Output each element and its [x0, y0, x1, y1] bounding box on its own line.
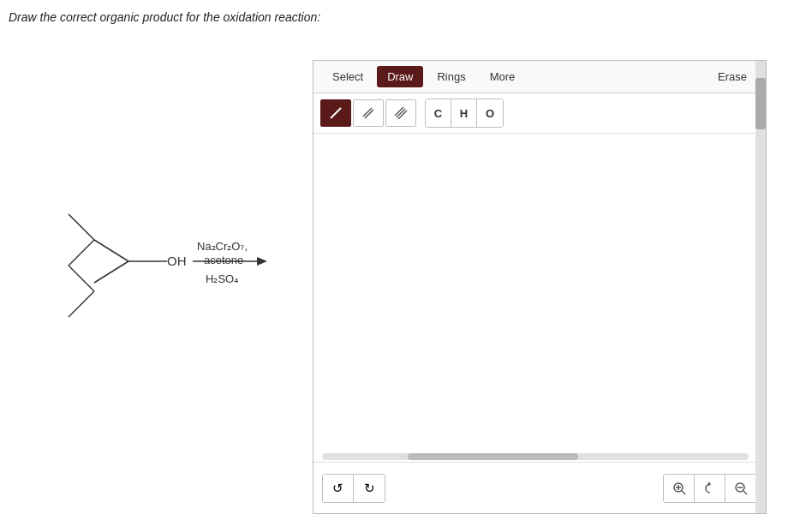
- select-button[interactable]: Select: [322, 66, 373, 87]
- svg-line-24: [743, 491, 747, 494]
- vertical-scrollbar[interactable]: [755, 61, 766, 513]
- question-text: Draw the correct organic product for the…: [9, 10, 320, 24]
- redo-button[interactable]: ↻: [354, 475, 385, 502]
- undo-redo-group: ↺ ↻: [322, 474, 385, 503]
- zoom-in-button[interactable]: [664, 475, 695, 502]
- more-button[interactable]: More: [480, 66, 526, 87]
- hydrogen-button[interactable]: H: [451, 99, 477, 127]
- oxygen-button[interactable]: O: [477, 99, 503, 127]
- undo-button[interactable]: ↺: [323, 475, 354, 502]
- horizontal-scrollbar[interactable]: [322, 453, 749, 460]
- svg-line-3: [69, 291, 94, 317]
- svg-line-1: [69, 240, 94, 266]
- zoom-out-button[interactable]: [725, 475, 756, 502]
- svg-text:acetone: acetone: [204, 254, 243, 266]
- svg-line-2: [69, 266, 94, 291]
- zoom-group: [663, 474, 757, 503]
- molecule-diagram: OH Na₂Cr₂O₇, acetone H₂SO₄: [9, 111, 317, 437]
- svg-line-20: [682, 491, 685, 494]
- svg-text:H₂SO₄: H₂SO₄: [206, 272, 238, 285]
- bottom-bar: ↺ ↻: [313, 462, 766, 513]
- zoom-reset-button[interactable]: [695, 475, 725, 502]
- erase-button[interactable]: Erase: [707, 66, 757, 87]
- carbon-button[interactable]: C: [426, 99, 451, 127]
- svg-line-4: [94, 240, 128, 261]
- svg-line-13: [331, 108, 341, 118]
- svg-line-0: [69, 214, 94, 240]
- atom-group: C H O: [425, 99, 504, 128]
- svg-text:OH: OH: [167, 254, 187, 268]
- bond-tools-bar: C H O: [313, 93, 766, 134]
- single-bond-button[interactable]: [320, 99, 351, 127]
- double-bond-button[interactable]: [353, 99, 384, 127]
- h-scrollbar-thumb[interactable]: [408, 453, 578, 460]
- v-scrollbar-thumb[interactable]: [755, 78, 766, 129]
- draw-button[interactable]: Draw: [377, 66, 423, 87]
- drawing-panel: Select Draw Rings More Erase C: [313, 60, 767, 514]
- svg-marker-9: [257, 257, 267, 266]
- drawing-canvas[interactable]: [313, 134, 766, 493]
- svg-text:Na₂Cr₂O₇,: Na₂Cr₂O₇,: [197, 240, 248, 253]
- triple-bond-button[interactable]: [385, 99, 416, 127]
- svg-line-5: [94, 261, 128, 283]
- rings-button[interactable]: Rings: [427, 66, 475, 87]
- toolbar: Select Draw Rings More Erase: [313, 61, 766, 93]
